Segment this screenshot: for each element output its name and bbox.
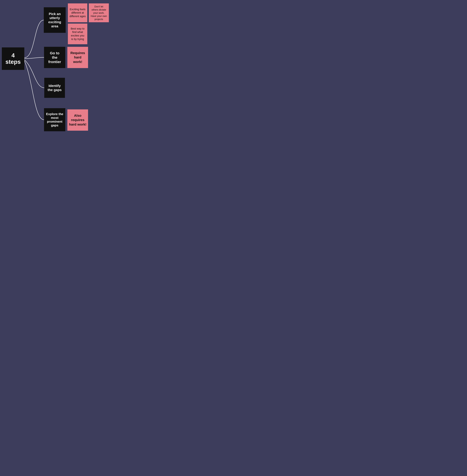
step1-box: Pick an utterly exciting area (44, 7, 66, 33)
note-1b-box: Don't let others dictate your work. Have… (89, 3, 109, 22)
note-1a-box: Exciting feels different at different ag… (68, 3, 87, 22)
note-1c-text: Best way to find what excites you is by … (71, 27, 85, 41)
note-4a-text: Also requires hard work! (69, 113, 86, 127)
note-1a-text: Exciting feels different at different ag… (70, 8, 86, 18)
step4-label: Explore the most prominent gaps (46, 112, 63, 127)
step2-box: Go to the frontier (44, 47, 65, 68)
step2-label: Go to the frontier (48, 51, 61, 64)
diagram-canvas: 4 steps Pick an utterly exciting area Go… (0, 0, 133, 134)
step3-box: Identify the gaps (44, 78, 65, 98)
note-1c-box: Best way to find what excites you is by … (68, 24, 87, 44)
note-2a-text: Requires hard work! (70, 51, 85, 64)
step1-label: Pick an utterly exciting area (48, 12, 61, 28)
root-box: 4 steps (2, 47, 24, 70)
note-4a-box: Also requires hard work! (67, 109, 88, 131)
note-2a-box: Requires hard work! (67, 47, 88, 68)
note-1b-text: Don't let others dictate your work. Have… (91, 5, 107, 21)
step3-label: Identify the gaps (48, 84, 62, 92)
root-label: 4 steps (5, 52, 21, 65)
step4-box: Explore the most prominent gaps (44, 108, 65, 131)
